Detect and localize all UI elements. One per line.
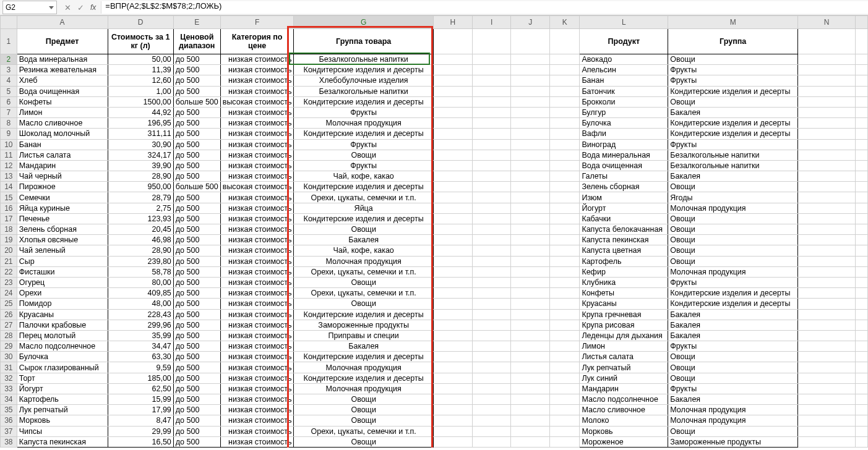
cell-L9[interactable]: Вафли [580,129,668,139]
header-cell-M[interactable]: Группа [668,29,798,54]
row-header-36[interactable]: 36 [1,415,17,426]
cell-K32[interactable] [550,373,580,383]
cell-K37[interactable] [550,426,580,436]
cell-14[interactable] [856,182,868,192]
cell-34[interactable] [856,394,868,405]
cell-M9[interactable]: Кондитерские изделия и десерты [668,129,798,139]
cell-I34[interactable] [472,394,511,405]
cell-L4[interactable]: Банан [580,75,668,86]
cell-D8[interactable]: 196,95 [108,118,173,129]
cell-A8[interactable]: Масло сливочное [17,118,108,129]
cell-E28[interactable]: до 500 [173,330,220,341]
cell-I12[interactable] [472,160,511,171]
row-header-20[interactable]: 20 [1,245,17,256]
cell-H6[interactable] [433,96,472,107]
cell-28[interactable] [856,330,868,341]
cell-K17[interactable] [550,213,580,224]
row-header-23[interactable]: 23 [1,277,17,287]
cell-E17[interactable]: до 500 [173,213,220,224]
cell-M26[interactable]: Бакалея [668,309,798,320]
header-cell-N[interactable] [798,29,856,54]
cell-15[interactable] [856,192,868,203]
cell-L25[interactable]: Круасаны [580,299,668,309]
cell-M4[interactable]: Фрукты [668,75,798,86]
cell-M37[interactable]: Овощи [668,426,798,436]
cell-N10[interactable] [798,139,856,150]
cell-J14[interactable] [511,182,550,192]
cell-K13[interactable] [550,171,580,182]
cell-F37[interactable]: низкая стоимость [220,426,294,436]
cell-N22[interactable] [798,266,856,277]
cell-N28[interactable] [798,330,856,341]
cell-J20[interactable] [511,245,550,256]
cell-A9[interactable]: Шоколад молочный [17,129,108,139]
cell-D34[interactable]: 15,99 [108,394,173,405]
cell-G23[interactable]: Овощи [294,277,433,287]
row-header-27[interactable]: 27 [1,320,17,330]
cell-N4[interactable] [798,75,856,86]
select-all-corner[interactable] [1,16,17,29]
cell-33[interactable] [856,383,868,394]
cell-J37[interactable] [511,426,550,436]
row-header-6[interactable]: 6 [1,96,17,107]
cell-A28[interactable]: Перец молотый [17,330,108,341]
cell-G12[interactable]: Фрукты [294,160,433,171]
cell-D2[interactable]: 50,00 [108,54,173,65]
cell-H19[interactable] [433,235,472,245]
cell-A34[interactable]: Картофель [17,394,108,405]
cell-J36[interactable] [511,415,550,426]
cell-F20[interactable]: низкая стоимость [220,245,294,256]
cell-H18[interactable] [433,224,472,235]
cell-G5[interactable]: Безалкогольные напитки [294,86,433,96]
cell-J16[interactable] [511,203,550,213]
cell-K34[interactable] [550,394,580,405]
cell-30[interactable] [856,352,868,362]
cell-K27[interactable] [550,320,580,330]
cell-N33[interactable] [798,383,856,394]
cell-A10[interactable]: Банан [17,139,108,150]
cell-G22[interactable]: Орехи, цукаты, семечки и т.п. [294,266,433,277]
cell-N32[interactable] [798,373,856,383]
cell-F29[interactable]: низкая стоимость [220,341,294,352]
cell-K38[interactable] [550,436,580,447]
cell-I25[interactable] [472,299,511,309]
header-cell-L[interactable]: Продукт [580,29,668,54]
cell-N15[interactable] [798,192,856,203]
cell-J18[interactable] [511,224,550,235]
cell-K31[interactable] [550,362,580,373]
cell-K3[interactable] [550,65,580,75]
cell-L26[interactable]: Крупа гречневая [580,309,668,320]
cell-N24[interactable] [798,288,856,299]
cell-E6[interactable]: больше 500 [173,96,220,107]
cell-2[interactable] [856,54,868,65]
header-cell-I[interactable] [472,29,511,54]
cell-J26[interactable] [511,309,550,320]
cell-F31[interactable]: низкая стоимость [220,362,294,373]
cell-A35[interactable]: Лук репчатый [17,405,108,415]
cell-F17[interactable]: низкая стоимость [220,213,294,224]
cell-I33[interactable] [472,383,511,394]
cell-K24[interactable] [550,288,580,299]
cell-J28[interactable] [511,330,550,341]
header-cell-G[interactable]: Группа товара [294,29,433,54]
cell-A15[interactable]: Семечки [17,192,108,203]
cell-J31[interactable] [511,362,550,373]
cell-D14[interactable]: 950,00 [108,182,173,192]
cell-F11[interactable]: низкая стоимость [220,150,294,160]
cell-E35[interactable]: до 500 [173,405,220,415]
cell-H4[interactable] [433,75,472,86]
cell-H15[interactable] [433,192,472,203]
cell-I5[interactable] [472,86,511,96]
cell-M11[interactable]: Безалкогольные напитки [668,150,798,160]
cell-M13[interactable]: Бакалея [668,171,798,182]
cell-N16[interactable] [798,203,856,213]
cell-G13[interactable]: Чай, кофе, какао [294,171,433,182]
cell-N5[interactable] [798,86,856,96]
cell-L27[interactable]: Крупа рисовая [580,320,668,330]
cell-K23[interactable] [550,277,580,287]
cell-I35[interactable] [472,405,511,415]
cell-I20[interactable] [472,245,511,256]
cell-G31[interactable]: Молочная продукция [294,362,433,373]
cell-31[interactable] [856,362,868,373]
cell-L14[interactable]: Зелень сборная [580,182,668,192]
